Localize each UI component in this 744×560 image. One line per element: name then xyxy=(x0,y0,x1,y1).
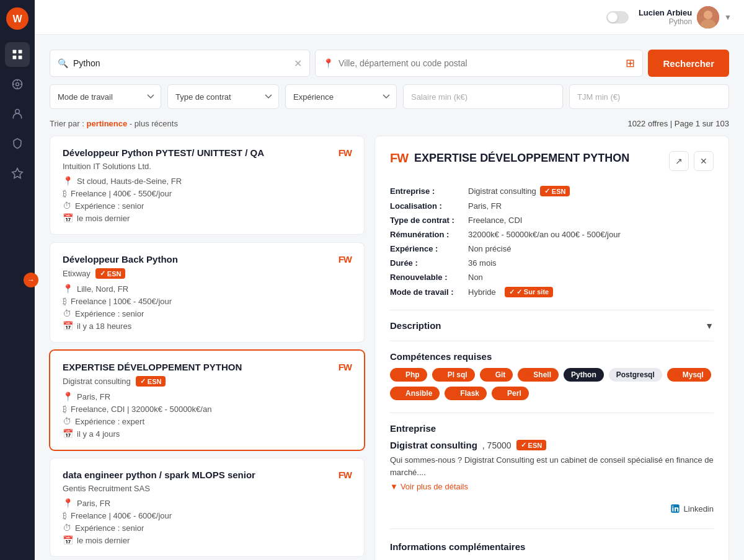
job-contract: Freelance | 400€ - 550€/jour xyxy=(71,189,172,198)
location-label: Localisation : xyxy=(390,201,464,211)
topbar: Lucien Arbieu Python ▼ xyxy=(35,0,744,35)
location-icon: 📍 xyxy=(63,498,73,508)
contract-label: Type de contrat : xyxy=(390,216,464,225)
entreprise-header: Digistrat consulting , 75000 ESN xyxy=(390,440,714,450)
linkedin-button[interactable]: Linkedin xyxy=(670,504,714,514)
info-comp-title: Informations complémentaires xyxy=(390,541,714,552)
user-menu[interactable]: Lucien Arbieu Python ▼ xyxy=(639,6,732,28)
location-input[interactable] xyxy=(339,58,621,68)
external-link-button[interactable]: ↗ xyxy=(669,151,689,171)
enterprise-label: Entreprise : xyxy=(390,186,464,196)
experience-icon: ⏱ xyxy=(63,523,71,533)
company-name: Digistrat consulting xyxy=(63,377,131,386)
enterprise-esn-badge: ESN xyxy=(540,186,570,196)
skill-flask: Flask xyxy=(445,387,487,400)
svg-point-12 xyxy=(16,110,20,114)
app-logo[interactable]: W xyxy=(6,7,29,30)
detail-remuneration-row: Rémunération : 32000k€ - 50000k€/an ou 4… xyxy=(390,230,714,239)
tjm-filter[interactable] xyxy=(569,84,729,109)
job-location: Lille, Nord, FR xyxy=(77,284,128,294)
renouvelable-label: Renouvelable : xyxy=(390,273,464,282)
job-card-header: Développeur Back Python FW xyxy=(63,254,352,265)
description-section-header: Description ▼ xyxy=(390,320,714,331)
job-card[interactable]: Développeur Back Python FW Etixway ESN 📍… xyxy=(50,242,365,343)
job-experience: Expérience : senior xyxy=(75,309,144,318)
sidebar-item-jobs[interactable] xyxy=(5,72,30,97)
experience-filter[interactable]: Expérience xyxy=(285,84,397,109)
job-company: Etixway ESN xyxy=(63,268,352,279)
search-button[interactable]: Rechercher xyxy=(648,50,729,77)
sidebar-item-favorites[interactable] xyxy=(5,161,30,186)
entreprise-loc: , 75000 xyxy=(482,440,512,450)
svg-marker-13 xyxy=(12,168,23,178)
svg-rect-2 xyxy=(13,50,17,54)
job-date-row: 📅 le mois dernier xyxy=(63,535,352,545)
job-date: le mois dernier xyxy=(77,536,130,545)
job-location-row: 📍 Paris, FR xyxy=(63,392,352,401)
duree-label: Durée : xyxy=(390,258,464,268)
location-icon: 📍 xyxy=(63,284,73,294)
chevron-down-icon: ▼ xyxy=(390,482,398,491)
job-company: Gentis Recruitment SAS xyxy=(63,484,352,493)
job-contract: Freelance | 100€ - 450€/jour xyxy=(71,297,172,306)
fw-logo: FW xyxy=(339,147,352,158)
sort-pertinence[interactable]: pertinence xyxy=(86,119,127,128)
job-card[interactable]: Développeur Python PYTEST/ UNITTEST / QA… xyxy=(50,136,365,235)
contract-icon: ₿ xyxy=(63,188,67,198)
linkedin-label: Linkedin xyxy=(684,504,714,514)
skill-perl: Perl xyxy=(492,387,529,400)
job-contract-row: ₿ Freelance | 400€ - 600€/jour xyxy=(63,510,352,520)
close-button[interactable]: ✕ xyxy=(694,151,714,171)
job-company: Intuition IT Solutions Ltd. xyxy=(63,162,352,171)
job-location-row: 📍 St cloud, Hauts-de-Seine, FR xyxy=(63,176,352,186)
sidebar-item-security[interactable] xyxy=(5,131,30,156)
sidebar-toggle[interactable]: → xyxy=(24,273,38,287)
job-card-active[interactable]: EXPERTISE DÉVELOPPEMENT PYTHON FW Digist… xyxy=(50,350,365,450)
job-location: Paris, FR xyxy=(77,392,110,401)
sidebar-item-profile[interactable] xyxy=(5,102,30,126)
enterprise-value: Digistrat consulting xyxy=(468,186,536,196)
skills-section: Compétences requises Php Pl sql Git Shel… xyxy=(390,351,714,400)
voir-plus-button[interactable]: ▼ Voir plus de détails xyxy=(390,482,714,491)
sidebar-item-dashboard[interactable] xyxy=(5,42,30,67)
job-meta: 📍 Paris, FR ₿ Freelance, CDI | 32000k€ -… xyxy=(63,392,352,439)
pagination-info: 1022 offres | Page 1 sur 103 xyxy=(627,119,729,128)
contract-icon: ₿ xyxy=(63,404,67,414)
experience-icon: ⏱ xyxy=(63,201,71,211)
job-title: Développeur Python PYTEST/ UNITTEST / QA xyxy=(63,147,264,158)
detail-panel: FW EXPERTISE DÉVELOPPEMENT PYTHON ↗ ✕ En… xyxy=(374,136,729,560)
fw-logo: FW xyxy=(339,470,352,480)
contract-type-filter[interactable]: Type de contrat xyxy=(167,84,279,109)
job-date: le mois dernier xyxy=(77,214,130,223)
mode-toggle[interactable] xyxy=(606,11,629,24)
clear-search-button[interactable]: ✕ xyxy=(294,58,302,69)
search-input[interactable] xyxy=(73,58,289,68)
mode-travail-label: Mode de travail : xyxy=(390,287,464,297)
job-experience-row: ⏱ Expérience : senior xyxy=(63,201,352,211)
job-contract: Freelance | 400€ - 600€/jour xyxy=(71,511,172,520)
job-card[interactable]: data engineer python / spark MLOPS senio… xyxy=(50,458,365,557)
job-experience: Expérience : expert xyxy=(75,417,144,426)
experience-icon: ⏱ xyxy=(63,308,71,318)
renouvelable-value: Non xyxy=(468,273,483,282)
detail-fw-logo: FW xyxy=(390,151,408,165)
detail-title: EXPERTISE DÉVELOPPEMENT PYTHON xyxy=(414,152,629,165)
job-contract-row: ₿ Freelance | 400€ - 550€/jour xyxy=(63,188,352,198)
section-divider xyxy=(390,341,714,341)
linkedin-container: Linkedin xyxy=(390,504,714,518)
chevron-down-icon: ▼ xyxy=(724,13,732,22)
mode-travail-value: Hybride xyxy=(468,287,496,297)
experience-value: Non précisé xyxy=(468,244,511,253)
date-icon: 📅 xyxy=(63,429,73,439)
location-filter-button[interactable]: ⊞ xyxy=(626,56,635,70)
job-experience: Expérience : senior xyxy=(75,201,144,211)
work-mode-filter[interactable]: Mode de travail xyxy=(50,84,161,109)
skill-php: Php xyxy=(390,368,427,382)
salary-filter[interactable] xyxy=(403,84,563,109)
remuneration-value: 32000k€ - 50000k€/an ou 400€ - 500€/jour xyxy=(468,230,621,239)
location-icon: 📍 xyxy=(63,392,73,401)
job-contract-row: ₿ Freelance | 100€ - 450€/jour xyxy=(63,296,352,306)
sur-site-badge: ✓ Sur site xyxy=(505,287,553,297)
skill-ansible: Ansible xyxy=(390,387,440,400)
description-chevron-icon[interactable]: ▼ xyxy=(705,321,714,331)
